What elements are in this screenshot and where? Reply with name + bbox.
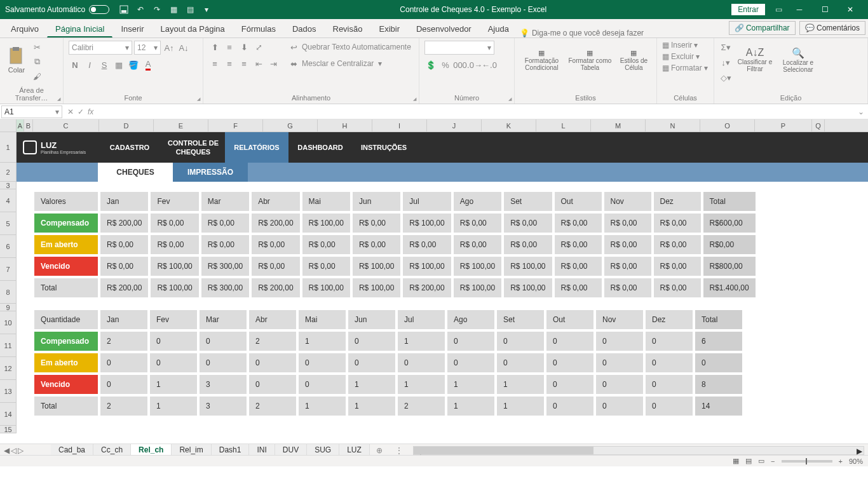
cell[interactable]: 0 — [200, 353, 247, 372]
tab-first-icon[interactable]: ◀ — [4, 446, 10, 455]
delete-cells[interactable]: ▦ Excluir ▾ — [662, 52, 700, 61]
cell[interactable]: 1 — [299, 396, 346, 416]
cell[interactable]: R$ 200,00 — [252, 214, 299, 233]
grow-font-icon[interactable]: A↑ — [163, 41, 175, 54]
format-cells[interactable]: ▦ Formatar ▾ — [662, 64, 708, 72]
cell[interactable]: R$ 300,00 — [201, 278, 249, 297]
col-header[interactable]: E — [154, 119, 208, 132]
cell[interactable]: 0 — [150, 353, 197, 372]
menu-dev[interactable]: Desenvolvedor — [408, 20, 480, 37]
insert-cells[interactable]: ▦ Inserir ▾ — [662, 41, 698, 50]
row-header[interactable]: 7 — [0, 258, 17, 281]
cell[interactable]: 6 — [695, 332, 742, 351]
enter-formula-icon[interactable]: ✓ — [78, 107, 84, 116]
cell[interactable]: 3 — [200, 375, 247, 394]
cell[interactable]: 0 — [447, 332, 494, 351]
col-header[interactable]: C — [33, 119, 99, 132]
align-bottom-icon[interactable]: ⬇ — [238, 41, 250, 53]
clear-icon[interactable]: ◇▾ — [719, 71, 732, 84]
col-header[interactable]: H — [318, 119, 372, 132]
cell[interactable]: 8 — [695, 375, 742, 394]
cell-styles-button[interactable]: ▦Estilos de Célula — [616, 41, 651, 79]
tab-next-icon[interactable]: ▷ — [18, 446, 24, 455]
border-icon[interactable]: ▦ — [112, 58, 125, 71]
cell[interactable]: 0 — [299, 375, 346, 394]
cell[interactable]: R$600,00 — [703, 214, 756, 233]
fill-color-icon[interactable]: 🪣 — [127, 58, 140, 71]
align-left-icon[interactable]: ≡ — [208, 57, 221, 70]
align-center-icon[interactable]: ≡ — [223, 57, 236, 70]
view-normal-icon[interactable]: ▦ — [733, 457, 739, 465]
row-header[interactable]: 5 — [0, 212, 17, 235]
menu-view[interactable]: Exibir — [370, 20, 408, 37]
cell[interactable]: R$ 200,00 — [100, 214, 148, 233]
zoom-in-icon[interactable]: + — [839, 458, 843, 465]
cell[interactable]: 0 — [150, 332, 197, 351]
cell[interactable]: R$ 0,00 — [201, 235, 249, 254]
save-icon[interactable] — [118, 4, 130, 15]
cell[interactable]: R$ 0,00 — [454, 214, 501, 233]
view-break-icon[interactable]: ▭ — [758, 457, 764, 465]
menu-home[interactable]: Página Inicial — [47, 20, 112, 37]
cell[interactable]: 0 — [546, 396, 593, 416]
percent-icon[interactable]: % — [439, 58, 452, 71]
view-layout-icon[interactable]: ▤ — [745, 457, 752, 465]
orientation-icon[interactable]: ⤢ — [252, 41, 265, 53]
cell[interactable]: 0 — [646, 332, 693, 351]
cell[interactable]: 1 — [348, 375, 395, 394]
col-header[interactable]: K — [482, 119, 536, 132]
cell[interactable]: 0 — [596, 396, 643, 416]
cell[interactable]: 0 — [348, 332, 395, 351]
cut-icon[interactable]: ✂ — [31, 41, 43, 53]
cell[interactable]: R$ 0,00 — [151, 214, 198, 233]
cell[interactable]: 0 — [646, 396, 693, 416]
cell[interactable]: R$ 100,00 — [353, 257, 400, 276]
cell[interactable]: R$ 0,00 — [454, 235, 501, 254]
col-header[interactable]: O — [700, 119, 755, 132]
dec-decimal-icon[interactable]: ←.0 — [483, 58, 496, 71]
new-sheet-icon[interactable]: ⊕ — [370, 446, 389, 455]
cell[interactable]: R$ 0,00 — [604, 257, 651, 276]
nav-controle[interactable]: CONTROLE DE CHEQUES — [161, 139, 225, 156]
cell[interactable]: 0 — [646, 353, 693, 372]
cell[interactable]: R$ 0,00 — [403, 235, 451, 254]
menu-layout[interactable]: Layout da Página — [153, 20, 233, 37]
paste-button[interactable]: Colar — [5, 41, 28, 79]
cell[interactable]: R$ 0,00 — [353, 214, 400, 233]
cell[interactable]: R$ 100,00 — [504, 278, 552, 297]
font-color-icon[interactable]: A — [142, 58, 154, 71]
cell[interactable]: 2 — [249, 396, 296, 416]
cell[interactable]: 3 — [200, 396, 247, 416]
inc-decimal-icon[interactable]: .0→ — [468, 58, 481, 71]
cell[interactable]: 1 — [447, 375, 494, 394]
subtab-cheques[interactable]: CHEQUES — [98, 163, 173, 182]
align-middle-icon[interactable]: ≡ — [223, 41, 236, 53]
col-header[interactable]: F — [208, 119, 263, 132]
cell[interactable]: 0 — [447, 353, 494, 372]
cell[interactable]: 1 — [447, 396, 494, 416]
cell[interactable]: 2 — [398, 396, 445, 416]
format-painter-icon[interactable]: 🖌 — [31, 70, 43, 83]
cell[interactable]: R$ 0,00 — [252, 235, 299, 254]
cell[interactable]: R$ 200,00 — [100, 278, 148, 297]
row-header[interactable]: 1 — [0, 132, 17, 163]
find-select-button[interactable]: 🔍Localizar e Selecionar — [778, 41, 818, 79]
sort-filter-button[interactable]: A↓ZClassificar e Filtrar — [735, 41, 775, 79]
row-header[interactable]: 2 — [0, 163, 17, 182]
cell[interactable]: R$ 0,00 — [151, 235, 198, 254]
menu-help[interactable]: Ajuda — [480, 20, 517, 37]
redo-icon[interactable]: ↷ — [151, 4, 163, 15]
col-header[interactable]: P — [755, 119, 812, 132]
cell[interactable]: 0 — [348, 353, 395, 372]
tellme-input[interactable] — [532, 29, 729, 37]
cell[interactable]: R$ 0,00 — [604, 235, 651, 254]
cell[interactable]: 2 — [100, 332, 147, 351]
cell[interactable]: 0 — [249, 353, 296, 372]
ribbon-display-icon[interactable]: ▭ — [773, 4, 784, 15]
shrink-font-icon[interactable]: A↓ — [177, 41, 190, 54]
col-header[interactable]: D — [99, 119, 154, 132]
h-scrollbar[interactable]: ◀▶ — [413, 446, 864, 455]
merge-center-button[interactable]: ⬌Mesclar e Centralizar▾ — [287, 57, 411, 70]
col-header[interactable]: A — [17, 119, 24, 132]
col-header[interactable]: I — [372, 119, 427, 132]
